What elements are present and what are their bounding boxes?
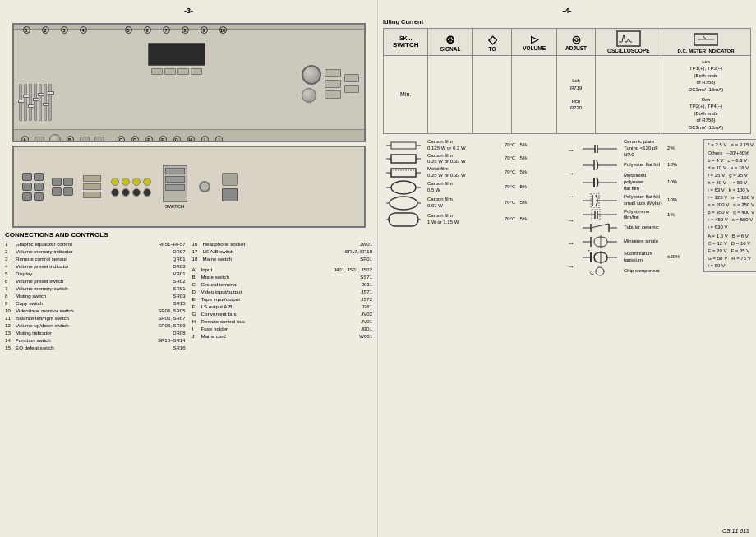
conn-item-14: 14 Function switch SR10~SR14: [5, 337, 186, 345]
binding-post-6: [132, 188, 141, 197]
row-adjust-cell: Lch R719 Rch R720: [556, 56, 596, 134]
comp-carbon-film-067: Carbon film0.67 W 70°C 5%: [383, 196, 562, 211]
svg-rect-20: [389, 213, 418, 226]
rj-jack-8: [63, 178, 73, 186]
component-legend: Carbon film0.125 W or 0.2 W 70°C 5% Carb…: [383, 139, 751, 278]
fp-btn-2: [164, 68, 176, 75]
svg-point-17: [390, 197, 417, 210]
rj-jack-2: [34, 173, 44, 181]
label-3: 3: [61, 26, 68, 34]
fp-bottom-strip: A B C D E F G H I J: [14, 129, 364, 142]
doc-number: CS 11 619: [722, 528, 749, 534]
bottom-label-I: I: [201, 136, 209, 142]
conn-item-4: 4 Volume preset indicator DR08: [5, 263, 186, 271]
binding-post-5: [132, 178, 141, 186]
bottom-label-H: H: [187, 136, 195, 142]
binding-post-2: [111, 188, 119, 197]
rj-pair-1: [22, 173, 44, 181]
rj-pair-3: [22, 192, 44, 201]
left-page: -3- 1 2 3 4 5 6 7 8 9 10: [0, 0, 378, 537]
row-switch-cell: Min.: [384, 56, 428, 134]
fp-right-controls: [302, 43, 359, 124]
component-table-left: Carbon film0.125 W or 0.2 W 70°C 5% Carb…: [383, 139, 562, 278]
conn-item-A: A Input J401, JS01, JS02: [192, 266, 373, 274]
power-cord-socket: [222, 188, 238, 201]
binding-post-1: [111, 178, 119, 186]
comp-chip: C Chip component: [579, 266, 698, 277]
conn-item-5: 5 Display VR01: [5, 271, 186, 278]
comp-carbon-film-05: Carbon film0.5 W 70°C 5%: [383, 180, 562, 195]
polystyrene-symbol: [583, 209, 617, 220]
adjust-label: ADJUST: [560, 45, 593, 51]
label-5: 5: [125, 26, 132, 34]
comp-carbon-film-1w: Carbon film1 W or 1.15 W 70°C 5%: [383, 211, 562, 228]
comp-polyester-foil: Polyester flat foil 10%: [579, 159, 698, 172]
resistor-symbol-4: [386, 180, 421, 195]
scope-label: OSCILLOSCOPE: [598, 48, 658, 53]
switch-element: [163, 165, 187, 202]
conn-item-9: 9 Copy switch SR15: [5, 300, 186, 308]
polyester-symbol: [583, 159, 617, 172]
oscilloscope-icon: [616, 30, 641, 47]
conn-item-6: 6 Volume preset switch SR02: [5, 278, 186, 285]
svg-line-43: [591, 224, 609, 228]
idling-title: Idling Current: [383, 18, 751, 25]
bottom-label-J: J: [215, 136, 223, 142]
row-to-cell: [472, 56, 512, 134]
label-8: 8: [182, 26, 189, 34]
output-jacks-group: [52, 178, 73, 196]
rj-pair-4: [52, 178, 73, 186]
svg-point-55: [596, 267, 604, 275]
switch-group: SWITCH: [163, 165, 187, 209]
volume-knob: [302, 65, 321, 85]
conn-item-J: J Mains cord W001: [192, 333, 373, 340]
switch-col-label: SWITCH: [386, 41, 425, 49]
rj-jack-9: [52, 187, 62, 196]
col-sk: SK... SWITCH: [384, 29, 428, 56]
ground-terminal: [199, 181, 210, 192]
dc-meter-icon: [694, 31, 718, 48]
rj-jack-6: [34, 192, 44, 201]
conn-item-8: 8 Muting switch SR03: [5, 293, 186, 300]
eq-slider-5: [39, 84, 42, 121]
miniature-symbol: [583, 234, 617, 249]
eq-slider-3: [29, 84, 32, 121]
idling-table: SK... SWITCH ⊛ SIGNAL ◇ TO ▷: [383, 28, 751, 134]
bottom-label-G: G: [173, 136, 181, 142]
resistor-symbol-6: [386, 211, 421, 228]
conn-item-E: E Tape input/output JS72: [192, 296, 373, 303]
ground-post: [199, 181, 210, 192]
switch-label: SWITCH: [165, 204, 185, 209]
conn-item-10: 10 Video/tape monitor switch SR04, SR05: [5, 308, 186, 315]
signal-label: SIGNAL: [431, 46, 469, 52]
rear-switch-1: [83, 175, 101, 182]
front-panel-diagram: 1 2 3 4 5 6 7 8 9 10: [12, 23, 366, 142]
values-legend: * = 2.5 V a = 3.15 V Others –20/+80% b =…: [703, 139, 756, 272]
binding-post-8: [143, 188, 151, 197]
dcmeter-label: D.C. METER INDICATOR: [664, 49, 748, 53]
row-scope-cell: [596, 56, 662, 134]
label-10: 10: [219, 26, 227, 34]
connections-grid: 1 Graphic equalizer control RF51~RF57 2 …: [5, 241, 372, 352]
fp-bottom-btn-1: [35, 137, 44, 143]
conn-item-15: 15 EQ defeat switch SR16: [5, 345, 186, 352]
svg-rect-7: [391, 155, 416, 163]
conn-item-C: C Ground terminal J031: [192, 281, 373, 289]
connections-section: CONNECTIONS AND CONTROLS 1 Graphic equal…: [5, 231, 372, 352]
eq-slider-2: [24, 84, 27, 121]
binding-post-7: [143, 178, 151, 186]
label-9: 9: [201, 26, 208, 34]
conn-item-11: 11 Balance left/right switch SR06, SR07: [5, 315, 186, 322]
power-section: [222, 173, 238, 201]
conn-item-3: 3 Remote control sensor QR01: [5, 256, 186, 263]
resistor-symbol-5: [386, 196, 421, 211]
binding-posts: [111, 178, 151, 197]
svg-rect-4: [391, 142, 416, 149]
arrow-col: → → → → → →: [565, 139, 576, 278]
fp-far-btn-1: [344, 74, 359, 82]
page-number-right: -4-: [383, 7, 751, 15]
conn-item-17: 17 LS A/B switch SR17, SR18: [192, 248, 373, 256]
comp-polystyrene: Polystyrene film/foil 1%: [579, 209, 698, 222]
conn-item-B: B Mode switch SS71: [192, 274, 373, 281]
bottom-label-B: B: [67, 136, 74, 142]
